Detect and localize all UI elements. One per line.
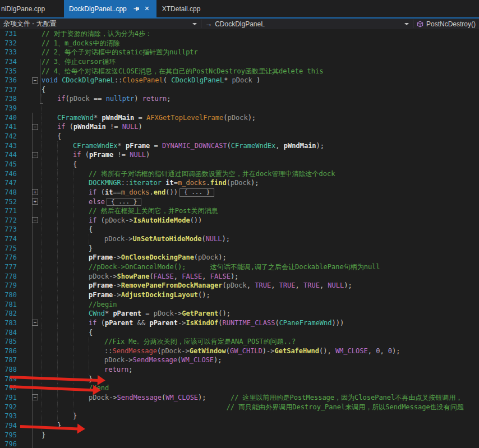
tab-minidlgpane[interactable]: niDlgPane.cpp <box>0 0 64 17</box>
collapse-region-icon[interactable]: − <box>32 320 38 326</box>
code-token <box>90 94 94 104</box>
code-token: pParent <box>149 318 178 328</box>
code-token: WM_CLOSE <box>335 347 368 356</box>
expand-region-icon[interactable]: + <box>32 198 38 205</box>
code-token: pDock <box>161 347 181 356</box>
fold-margin <box>19 300 42 310</box>
indent-guide <box>42 412 57 421</box>
collapsed-region-box[interactable]: { ... } <box>179 188 214 197</box>
code-text: ::SendMessage(pDock->GetWindow(GW_CHILD)… <box>42 347 479 356</box>
chevron-down-icon <box>404 23 409 25</box>
code-token: -> <box>125 355 132 365</box>
code-line: 787pDock->SendMessage(WM_CLOSE); <box>0 355 479 365</box>
indent-guide <box>42 113 57 123</box>
project-context-dropdown[interactable]: 杂项文件 - 无配置 <box>0 19 201 29</box>
close-icon[interactable]: ✕ <box>142 4 151 13</box>
code-token: ); <box>214 355 222 365</box>
line-number: 741 <box>0 122 19 132</box>
collapsed-region-box[interactable]: { ... } <box>107 198 141 206</box>
indent-guide <box>73 393 89 403</box>
tab-label: DockDlgPaneL.cpp <box>69 5 127 13</box>
code-token: if <box>73 150 81 160</box>
indent-guide <box>57 318 73 328</box>
code-token: { <box>57 132 61 141</box>
line-number: 774 <box>0 234 19 244</box>
code-line: 748+if (it==m_docks.end()){ ... } <box>0 188 479 197</box>
member-navigation-dropdown[interactable]: PostNcDestroy() <box>413 19 479 29</box>
fold-margin <box>19 113 42 123</box>
code-token: FALSE <box>210 272 231 281</box>
line-number: 773 <box>0 225 19 234</box>
fold-margin <box>19 281 42 290</box>
indent-guide <box>73 206 89 216</box>
collapse-region-icon[interactable]: − <box>32 77 38 84</box>
indent-guide <box>57 365 73 375</box>
line-number: 786 <box>0 347 19 356</box>
code-token: 0 <box>388 347 392 356</box>
collapse-region-icon[interactable]: − <box>32 124 38 130</box>
indent-guide <box>42 188 57 197</box>
code-token: end <box>154 188 166 197</box>
fold-margin <box>19 67 42 76</box>
code-token: CFrameWndEx <box>231 141 275 151</box>
indent-guide <box>42 290 57 300</box>
code-text: pFrame->RemovePaneFromDockManager(pDock,… <box>42 281 479 290</box>
code-text: // 然后在框架上关闭它，并Post关闭消息 <box>42 206 479 216</box>
code-token: ); <box>316 141 324 151</box>
code-token: -> <box>113 253 121 262</box>
code-token: , <box>296 281 303 290</box>
code-line: 785//Fix Me。分两次关闭，应该可以肯定是ANA_POST的问题..? <box>0 337 479 347</box>
code-text: if (it==m_docks.end()){ ... } <box>42 188 479 197</box>
code-token: // 而只能由外界调用Destroy_Panel来调用，所以SendMessag… <box>227 403 464 412</box>
indent-guide <box>89 337 104 347</box>
code-token: pDock <box>198 253 218 262</box>
code-token: , <box>368 347 376 356</box>
tab-xtdetail[interactable]: XTDetail.cpp <box>156 0 211 17</box>
code-token: AdjustDockingLayout <box>121 290 198 300</box>
indent-guide <box>89 347 104 356</box>
code-token: * <box>117 141 121 151</box>
code-token: RUNTIME_CLASS <box>222 318 275 328</box>
indent-guide <box>42 262 57 272</box>
collapse-region-icon[interactable]: − <box>32 217 38 223</box>
code-token: GetWindow <box>190 347 226 356</box>
code-editor[interactable]: 731// 对于资源的清除，认为分为4步：732// 1、m_docks中的清除… <box>0 29 479 448</box>
line-number: 735 <box>0 67 19 76</box>
collapse-region-icon[interactable]: − <box>32 394 38 400</box>
code-line: 779pFrame->RemovePaneFromDockManager(pDo… <box>0 281 479 290</box>
code-token: NULL <box>130 150 146 160</box>
code-line: 742{ <box>0 132 479 141</box>
indent-guide <box>73 178 89 188</box>
code-token <box>109 309 113 318</box>
close-glyph: ✕ <box>144 6 149 12</box>
code-token: = <box>145 309 149 318</box>
pin-icon[interactable] <box>132 4 141 13</box>
fold-margin <box>19 440 42 448</box>
code-editor-window: niDlgPane.cpp DockDlgPaneL.cpp ✕ XTDetai… <box>0 0 479 448</box>
collapse-region-icon[interactable]: − <box>32 152 38 158</box>
type-navigation-dropdown[interactable]: → CDockDlgPaneL <box>201 19 413 29</box>
code-line: 745{ <box>0 160 479 169</box>
indent-guide <box>42 225 57 234</box>
fold-margin <box>19 403 42 412</box>
expand-region-icon[interactable]: + <box>32 189 38 195</box>
code-token <box>134 113 138 123</box>
line-number: 796 <box>0 440 19 448</box>
code-token: CPaneFrameWnd <box>279 318 332 328</box>
tab-dockdlgpanel[interactable]: DockDlgPaneL.cpp ✕ <box>64 0 156 17</box>
code-token: (); <box>218 309 231 318</box>
indent-guide <box>57 403 73 412</box>
fold-margin <box>19 29 42 39</box>
indent-guide <box>57 347 73 356</box>
code-text: { <box>42 85 479 95</box>
indent-guide <box>42 169 57 179</box>
code-token: ClosePanel <box>123 76 163 85</box>
code-token: IsAutoHideMode <box>133 216 190 225</box>
line-number: 742 <box>0 132 19 141</box>
fold-margin: − <box>19 76 42 85</box>
code-text: CWnd* pParent = pDock->GetParent(); <box>42 309 479 318</box>
code-line: 784{ <box>0 328 479 338</box>
chevron-down-icon <box>192 23 197 25</box>
line-number: 778 <box>0 272 19 281</box>
fold-margin <box>19 178 42 188</box>
